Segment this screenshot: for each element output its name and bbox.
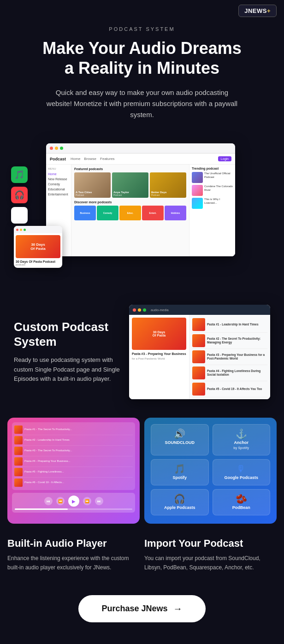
apple-podcasts-icon: 🎧 xyxy=(11,187,28,203)
audio-ep-item-4: Pasta #4 - Preparing Your Business... xyxy=(14,456,133,467)
top-bar: JNEWS+ xyxy=(0,0,284,22)
custom-podcast-section: Custom Podcast System Ready to use podca… xyxy=(0,291,284,408)
pasta-podcast-sub: podcast xyxy=(16,263,60,266)
featured-card-2: Anya Taylor Podcast xyxy=(112,172,148,198)
cat-hobbies: Hobbies xyxy=(165,206,186,220)
float-card-pasta: 30 DaysOf Pasta 30 Days Of Pasta Podcast… xyxy=(14,226,62,268)
progress-fill xyxy=(15,508,68,510)
hero-description: Quick and easy way to make your own audi… xyxy=(45,87,239,120)
podcast-logo: Podcast xyxy=(50,157,66,161)
cp-nav: audio-media xyxy=(129,305,270,315)
audio-mockup: Pasta #1 - The Secret To Productivity...… xyxy=(7,418,140,524)
podbean-icon: 🫘 xyxy=(236,494,247,503)
import-feature-text: Import Your Podcast You can import your … xyxy=(144,538,277,572)
pasta-podcast-cover: 30 DaysOf Pasta xyxy=(16,235,60,258)
spotify-import-label: Spotify xyxy=(173,475,187,480)
jnews-plus: + xyxy=(267,7,271,14)
spotify-icon: 🎵 xyxy=(11,166,28,183)
browser-bar xyxy=(46,143,235,154)
trending-thumb-1 xyxy=(192,172,203,183)
audio-ep-item-3: Pasta #3 - The Secret To Productivity... xyxy=(14,446,133,456)
float-card-inner: 30 DaysOf Pasta 30 Days Of Pasta Podcast… xyxy=(14,233,62,268)
import-platform-google: 🎙 Google Podcasts xyxy=(213,459,271,485)
player-controls: ⏮ ⏪ ▶ ⏩ ⏭ xyxy=(15,496,132,507)
trending-thumb-2 xyxy=(192,185,203,196)
podcast-nav: Podcast Home Browse Features Login xyxy=(46,154,235,165)
google-podcasts-icon: 🎙 xyxy=(11,207,28,224)
cat-entertainment: Entert. xyxy=(142,206,164,220)
custom-section-text: Custom Podcast System Ready to use podca… xyxy=(14,320,120,384)
audio-feature-description: Enhance the listening experience with th… xyxy=(7,554,140,572)
soundcloud-label: SOUNDCLOUD xyxy=(165,440,195,445)
custom-section-description: Ready to use podcasting system with cust… xyxy=(14,355,120,384)
forward-button[interactable]: ⏩ xyxy=(83,497,91,505)
audio-ep-thumb-5 xyxy=(14,468,23,476)
cp-nav-text: audio-media xyxy=(151,308,169,312)
apple-podcasts-label: Apple Podcasts xyxy=(164,505,195,510)
two-col-section: Pasta #1 - The Secret To Productivity...… xyxy=(0,408,284,538)
next-button[interactable]: ⏭ xyxy=(95,497,103,505)
main-browser-mockup: Podcast Home Browse Features Login MENU … xyxy=(46,143,235,256)
cp-ep-thumb-4 xyxy=(192,366,205,379)
cp-left-panel: 30 DaysOf Pasta Pasta #3 - Preparing You… xyxy=(129,315,189,399)
anchor-icon: ⚓ xyxy=(236,429,247,438)
audio-feature-text: Built-in Audio Player Enhance the listen… xyxy=(7,538,140,572)
import-mockup: 🔊 SOUNDCLOUD ⚓ Anchorby Spotify 🎵 Spotif… xyxy=(144,418,277,521)
import-platform-spotify: 🎵 Spotify xyxy=(151,459,209,485)
cat-comedy: Comedy xyxy=(97,206,118,220)
sidebar-item-home[interactable]: Home xyxy=(48,171,69,177)
rewind-button[interactable]: ⏪ xyxy=(56,497,65,505)
audio-feature-title: Built-in Audio Player xyxy=(7,538,140,549)
purchase-button[interactable]: Purchase JNews → xyxy=(78,595,205,622)
browser-content: Podcast Home Browse Features Login MENU … xyxy=(46,154,235,256)
discover-label: Discover more podcasts xyxy=(74,201,186,204)
sidebar-item-comedy[interactable]: Comedy xyxy=(48,182,69,187)
custom-section-title: Custom Podcast System xyxy=(14,320,120,349)
featured-card-3: Better Days Podcast xyxy=(150,172,186,198)
soundcloud-icon: 🔊 xyxy=(174,429,185,438)
progress-bar xyxy=(15,508,132,510)
audio-ep-thumb-6 xyxy=(14,479,23,487)
import-feature-title: Import Your Podcast xyxy=(144,538,277,549)
float-card-bar xyxy=(14,226,62,233)
import-feature-description: You can import your podcast from SoundCl… xyxy=(144,554,277,572)
purchase-label: Purchase JNews xyxy=(101,604,167,614)
audio-ep-thumb-2 xyxy=(14,436,23,444)
sidebar-item-educational[interactable]: Educational xyxy=(48,187,69,192)
trending-panel: Trending podcast The Unofficial Official… xyxy=(189,165,235,256)
import-platform-soundcloud: 🔊 SOUNDCLOUD xyxy=(151,424,209,455)
cp-episode-row-1: Pasta #1 - Leadership In Hard Times xyxy=(192,317,267,333)
google-podcasts-icon: 🎙 xyxy=(237,464,246,473)
sidebar-item-entertainment[interactable]: Entertainment xyxy=(48,192,69,197)
hero-section: PODCAST SYSTEM Make Your Audio Dreams a … xyxy=(0,22,284,134)
hero-title: Make Your Audio Dreams a Reality in Minu… xyxy=(18,38,266,78)
audio-ep-item-5: Pasta #5 - Fighting Loneliness... xyxy=(14,467,133,478)
featured-label: Featured podcasts xyxy=(74,167,186,171)
cp-ep-thumb-3 xyxy=(192,350,205,363)
import-platform-podbean: 🫘 PodBean xyxy=(213,489,271,515)
login-button[interactable]: Login xyxy=(218,156,231,161)
play-button[interactable]: ▶ xyxy=(68,496,79,507)
cp-body: 30 DaysOf Pasta Pasta #3 - Preparing You… xyxy=(129,315,270,399)
import-podcast-card: 🔊 SOUNDCLOUD ⚓ Anchorby Spotify 🎵 Spotif… xyxy=(144,418,277,524)
podbean-label: PodBean xyxy=(232,505,250,510)
audio-ep-thumb-4 xyxy=(14,457,23,466)
audio-player-bar: ⏮ ⏪ ▶ ⏩ ⏭ xyxy=(12,493,135,513)
jnews-logo-badge: JNEWS+ xyxy=(238,5,277,17)
hero-overline: PODCAST SYSTEM xyxy=(18,26,266,32)
cp-ep-thumb-2 xyxy=(192,334,205,347)
import-platform-apple: 🎧 Apple Podcasts xyxy=(151,489,209,515)
sidebar-item-new[interactable]: New Release xyxy=(48,177,69,182)
jnews-text: JNEWS xyxy=(244,7,267,14)
cp-ep-thumb-1 xyxy=(192,318,205,331)
audio-ep-thumb-3 xyxy=(14,447,23,455)
trending-item-1: The Unofficial Official Podcast xyxy=(192,172,233,183)
cp-episode-row-3: Pasta #3 - Preparing Your Business for a… xyxy=(192,349,267,365)
cta-arrow-icon: → xyxy=(173,603,183,614)
pasta-podcast-title: 30 Days Of Pasta Podcast xyxy=(16,260,60,263)
cp-episode-row-2: Pasta #2 - The Secret To Productivity: M… xyxy=(192,333,267,349)
audio-episode-list: Pasta #1 - The Secret To Productivity...… xyxy=(12,422,135,490)
prev-button[interactable]: ⏮ xyxy=(44,497,53,505)
custom-podcast-browser: audio-media 30 DaysOf Pasta Pasta #3 - P… xyxy=(129,305,270,399)
podcast-body: MENU Home New Release Comedy Educational… xyxy=(46,165,235,256)
